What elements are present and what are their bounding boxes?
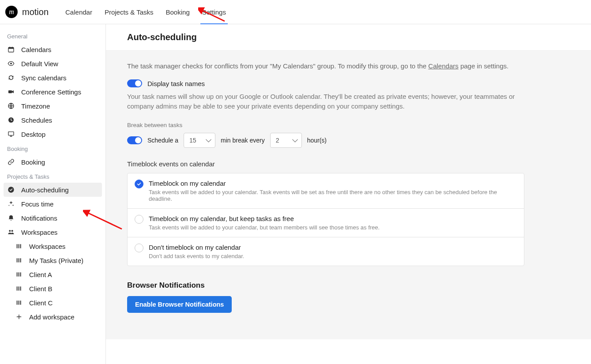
sidebar-item-workspaces[interactable]: Workspaces xyxy=(4,239,102,253)
sidebar-item-conference-settings[interactable]: Conference Settings xyxy=(4,85,102,99)
radio-title: Don't timeblock on my calendar xyxy=(149,244,244,251)
timeblock-option[interactable]: Timeblock on my calendarTask events will… xyxy=(128,173,524,208)
sidebar-item-notifications[interactable]: Notifications xyxy=(4,211,102,225)
sidebar-item-auto-scheduling[interactable]: Auto-scheduling xyxy=(4,183,102,197)
sidebar-item-label: My Tasks (Private) xyxy=(29,257,83,264)
sidebar-item-client-c[interactable]: Client C xyxy=(4,296,102,310)
svg-rect-18 xyxy=(20,258,21,262)
svg-rect-19 xyxy=(17,272,18,276)
break-hours-value: 2 xyxy=(276,137,279,144)
svg-point-12 xyxy=(11,230,13,232)
break-toggle[interactable] xyxy=(127,136,142,144)
enable-browser-notifications-button[interactable]: Enable Browser Notifications xyxy=(127,296,232,313)
plus-icon xyxy=(15,313,23,321)
timeblock-option[interactable]: Timeblock on my calendar, but keep tasks… xyxy=(128,208,524,237)
timeblock-radio-group: Timeblock on my calendarTask events will… xyxy=(127,173,524,266)
eye-icon xyxy=(7,60,15,68)
sidebar-section-booking: Booking xyxy=(4,141,102,155)
info-text-pre: The task manager checks for conflicts fr… xyxy=(127,62,428,70)
hours-suffix-text: hour(s) xyxy=(307,137,327,144)
content-area: Auto-scheduling The task manager checks … xyxy=(106,24,591,364)
sidebar-item-timezone[interactable]: Timezone xyxy=(4,99,102,113)
info-text-post: page in settings. xyxy=(459,62,508,70)
top-nav: CalendarProjects & TasksBookingSettings xyxy=(59,0,232,24)
timeblock-option[interactable]: Don't timeblock on my calendarDon't add … xyxy=(128,237,524,266)
info-line: The task manager checks for conflicts fr… xyxy=(127,62,570,70)
cols-icon xyxy=(15,299,23,307)
break-hours-select[interactable]: 2 xyxy=(270,133,302,148)
svg-point-11 xyxy=(9,230,11,232)
sidebar-item-calendars[interactable]: Calendars xyxy=(4,42,102,56)
sidebar-item-label: Desktop xyxy=(21,131,45,138)
sidebar-item-booking[interactable]: Booking xyxy=(4,155,102,169)
sidebar-section-general: General xyxy=(4,29,102,42)
svg-point-5 xyxy=(10,63,12,64)
sparkle-icon xyxy=(7,200,15,208)
min-break-every-text: min break every xyxy=(221,137,265,144)
radio-title: Timeblock on my calendar, but keep tasks… xyxy=(149,215,380,222)
sidebar-item-label: Auto-scheduling xyxy=(21,186,69,194)
sidebar-item-label: Schedules xyxy=(21,116,52,124)
bell-icon xyxy=(7,214,15,222)
browser-notifications-heading: Browser Notifications xyxy=(127,281,570,290)
sidebar-item-desktop[interactable]: Desktop xyxy=(4,127,102,141)
radio-desc: Task events will be added to your calend… xyxy=(149,189,517,202)
svg-rect-20 xyxy=(19,272,19,276)
svg-point-10 xyxy=(8,187,14,192)
sidebar-item-schedules[interactable]: Schedules xyxy=(4,113,102,127)
sidebar-item-label: Client B xyxy=(29,285,53,293)
topnav-calendar[interactable]: Calendar xyxy=(59,0,98,24)
svg-rect-16 xyxy=(17,258,18,262)
sidebar-item-label: Workspaces xyxy=(29,243,65,250)
svg-rect-14 xyxy=(19,244,19,248)
sidebar-item-label: Notifications xyxy=(21,214,57,222)
svg-rect-13 xyxy=(17,244,18,248)
sidebar-item-client-b[interactable]: Client B xyxy=(4,281,102,296)
sidebar-item-label: Default View xyxy=(21,60,58,68)
cols-icon xyxy=(15,242,23,250)
calendar-icon xyxy=(7,45,15,53)
sidebar-item-label: Sync calendars xyxy=(21,74,67,82)
radio-desc: Don't add task events to my calendar. xyxy=(149,253,244,259)
topbar: m motion CalendarProjects & TasksBooking… xyxy=(0,0,591,24)
page-title: Auto-scheduling xyxy=(127,32,570,42)
break-minutes-value: 15 xyxy=(189,137,196,144)
cols-icon xyxy=(15,285,23,293)
cols-icon xyxy=(15,256,23,264)
sidebar-item-default-view[interactable]: Default View xyxy=(4,56,102,71)
sidebar-item-label: Client A xyxy=(29,271,52,278)
sidebar-item-my-tasks-private-[interactable]: My Tasks (Private) xyxy=(4,253,102,267)
sidebar-item-label: Workspaces xyxy=(21,229,57,236)
radio-button[interactable] xyxy=(135,215,143,224)
sidebar: General CalendarsDefault ViewSync calend… xyxy=(0,24,106,364)
topnav-settings[interactable]: Settings xyxy=(196,0,232,24)
break-minutes-select[interactable]: 15 xyxy=(184,133,215,148)
sidebar-item-client-a[interactable]: Client A xyxy=(4,267,102,281)
radio-button[interactable] xyxy=(135,180,143,188)
radio-button[interactable] xyxy=(135,244,143,252)
schedule-a-text: Schedule a xyxy=(147,137,178,144)
globe-icon xyxy=(7,102,15,110)
page-body: The task manager checks for conflicts fr… xyxy=(106,51,591,339)
page-header: Auto-scheduling xyxy=(106,24,591,51)
sidebar-item-label: Calendars xyxy=(21,46,51,53)
sidebar-item-workspaces[interactable]: Workspaces xyxy=(4,225,102,239)
calendars-link[interactable]: Calendars xyxy=(428,62,458,70)
svg-rect-23 xyxy=(19,286,19,290)
svg-rect-26 xyxy=(19,300,19,304)
sidebar-item-focus-time[interactable]: Focus time xyxy=(4,197,102,211)
sidebar-item-label: Timezone xyxy=(21,102,50,110)
svg-rect-22 xyxy=(17,286,18,290)
timeblock-label: Timeblock events on calendar xyxy=(127,160,570,168)
svg-rect-9 xyxy=(8,132,14,135)
break-between-tasks-label: Break between tasks xyxy=(127,122,570,128)
sidebar-item-label: Booking xyxy=(21,158,45,166)
sidebar-item-add-workspace[interactable]: Add workspace xyxy=(4,310,102,324)
sidebar-item-sync-calendars[interactable]: Sync calendars xyxy=(4,71,102,85)
topnav-projects-tasks[interactable]: Projects & Tasks xyxy=(98,0,160,24)
sidebar-section-pt: Projects & Tasks xyxy=(4,169,102,183)
display-task-names-toggle[interactable] xyxy=(127,79,142,87)
display-task-names-label: Display task names xyxy=(147,80,205,87)
desktop-icon xyxy=(7,130,15,138)
topnav-booking[interactable]: Booking xyxy=(160,0,196,24)
